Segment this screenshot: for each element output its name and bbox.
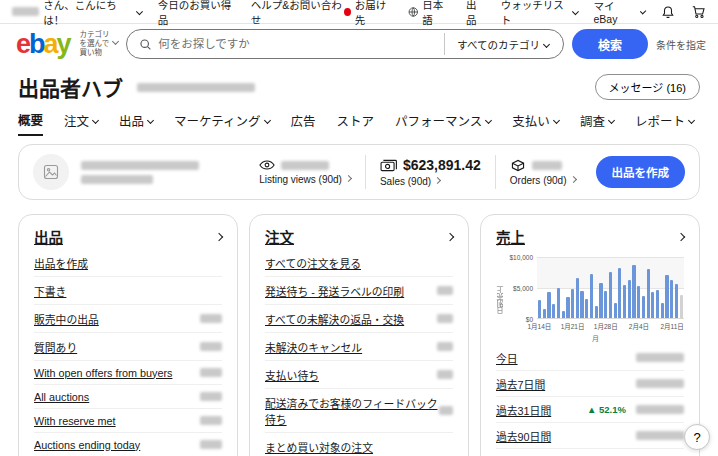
listings-card-title[interactable]: 出品 (34, 226, 63, 247)
orders-card: 注文 すべての注文を見る 発送待ち - 発送ラベルの印刷 (249, 214, 469, 456)
list-item-link[interactable]: 出品を作成 (34, 255, 88, 271)
list-item-link[interactable]: まとめ買い対象の注文 (265, 439, 373, 455)
sales-period-link[interactable]: 過去31日間 (496, 402, 551, 418)
nav-tab[interactable]: 支払い (512, 110, 559, 136)
list-item: 発送待ち - 発送ラベルの印刷 (265, 277, 453, 305)
chevron-right-icon[interactable] (446, 232, 454, 240)
cart-button[interactable] (691, 5, 706, 19)
list-item-link[interactable]: 配送済みでお客様のフィードバック待ち (265, 395, 439, 427)
chevron-down-icon (264, 117, 271, 124)
watchlist-link[interactable]: ウォッチリスト (501, 0, 578, 27)
bar (557, 288, 560, 319)
stat-orders[interactable]: Orders (90d) (510, 159, 576, 186)
create-listing-button[interactable]: 出品を作成 (596, 156, 686, 188)
list-item-link[interactable]: 発送待ち - 発送ラベルの印刷 (265, 283, 404, 299)
bar (661, 303, 664, 318)
chevron-down-icon (639, 8, 646, 15)
sales-period-link[interactable]: 今日 (496, 350, 518, 366)
nav-tab[interactable]: 概要 (18, 110, 43, 136)
bar (665, 275, 668, 318)
category-dropdown[interactable]: すべてのカテゴリ (444, 33, 561, 55)
bar (632, 265, 635, 318)
avatar (33, 154, 69, 190)
ship-to-link[interactable]: お届け先 (344, 0, 392, 27)
stat-listing-views[interactable]: Listing views (90d) (259, 159, 351, 185)
redacted-value (532, 161, 562, 170)
language-link[interactable]: 日本語 (408, 0, 450, 27)
y-tick-label: $10,000 (510, 254, 534, 261)
my-ebay-link[interactable]: マイeBay (594, 0, 645, 25)
list-item-link[interactable]: 支払い待ち (265, 367, 319, 383)
page-title: 出品者ハブ (18, 72, 123, 102)
list-item: 販売中の出品 (34, 305, 222, 333)
help-button[interactable]: ? (684, 424, 710, 450)
seller-hub-nav: 概要 注文 出品 マーケティング 広告 ストア パフォーマンス (0, 104, 718, 136)
list-item-link[interactable]: With reserve met (34, 415, 116, 427)
list-item-link[interactable]: Auctions ending today (34, 439, 140, 451)
list-item-link[interactable]: 下書き (34, 283, 66, 299)
orders-card-title[interactable]: 注文 (265, 226, 294, 247)
notifications-button[interactable] (661, 5, 675, 19)
help-contact-link[interactable]: ヘルプ&お問い合わせ (251, 0, 344, 27)
list-item-link[interactable]: 販売中の出品 (34, 311, 99, 327)
bar (614, 303, 617, 318)
chevron-right-icon[interactable] (677, 232, 685, 240)
bar (618, 268, 621, 318)
x-tick-label: 1月14日 (527, 321, 551, 331)
nav-tab[interactable]: パフォーマンス (395, 110, 491, 136)
list-item-link[interactable]: 質問あり (34, 339, 77, 355)
search-input[interactable] (158, 38, 444, 50)
list-item-link[interactable]: すべての未解決の返品・交換 (265, 311, 404, 327)
bar (595, 306, 598, 318)
daily-sales-chart: 日別売上 $0$5,000$10,000 1月14日1月21日1月28 (496, 257, 684, 343)
list-item: All auctions (34, 385, 222, 409)
shop-by-category[interactable]: カテゴリ を選んで 買い物 (80, 31, 119, 58)
sales-period-link[interactable]: 過去90日間 (496, 428, 551, 444)
list-item-link[interactable]: With open offers from buyers (34, 367, 172, 379)
nav-tab[interactable]: レポート (635, 110, 694, 136)
bar (675, 284, 678, 318)
list-item-link[interactable]: All auctions (34, 391, 89, 403)
chevron-down-icon (543, 40, 550, 47)
sell-link[interactable]: 出品 (466, 0, 485, 27)
redacted-value (437, 286, 453, 295)
sales-card-title[interactable]: 売上 (496, 226, 525, 247)
list-item-link[interactable]: すべての注文を見る (265, 255, 361, 271)
redacted-store-name (137, 83, 255, 92)
sales-period-link[interactable]: 過去7日間 (496, 376, 545, 392)
redacted-value (437, 342, 453, 351)
x-tick-label: 1月28日 (594, 321, 618, 331)
nav-tab[interactable]: 注文 (64, 110, 98, 136)
nav-tab[interactable]: ストア (337, 110, 375, 136)
x-tick-label: 2月11日 (660, 321, 683, 331)
list-item: 未解決のキャンセル (265, 333, 453, 361)
search-button[interactable]: 検索 (572, 29, 648, 59)
advanced-search-link[interactable]: 条件を指定 (656, 37, 706, 52)
x-tick-label: 1月21日 (561, 321, 585, 331)
nav-tab[interactable]: 広告 (291, 110, 316, 136)
sales-period-row: 今日 (496, 345, 684, 371)
redacted-seller-name (81, 161, 199, 170)
list-item: 下書き (34, 277, 222, 305)
daily-deals-link[interactable]: 今日のお買い得品 (158, 0, 235, 27)
nav-tab[interactable]: 出品 (119, 110, 153, 136)
list-item-link[interactable]: 未解決のキャンセル (265, 339, 362, 355)
sales-bars (537, 257, 684, 318)
stat-sales[interactable]: $623,891.42 Sales (90d) (380, 157, 481, 187)
package-icon (510, 159, 526, 172)
search-icon (139, 38, 152, 51)
chevron-right-icon[interactable] (215, 232, 223, 240)
redacted-value (636, 431, 684, 440)
redacted-value (439, 406, 453, 415)
cart-icon (691, 5, 706, 19)
redacted-value (200, 368, 222, 377)
greeting[interactable]: さん、こんにちは！ (12, 0, 142, 27)
redacted-seller-subtitle (81, 175, 153, 184)
nav-tab[interactable]: マーケティング (174, 110, 270, 136)
search-bar: すべてのカテゴリ (126, 29, 564, 59)
ebay-logo[interactable]: ebay (16, 31, 70, 58)
nav-tab[interactable]: 調査 (580, 110, 614, 136)
messages-button[interactable]: メッセージ (16) (595, 74, 700, 100)
delta-badge: ▲ 52.1% (587, 404, 626, 415)
y-ticks: $0$5,000$10,000 (507, 257, 537, 319)
